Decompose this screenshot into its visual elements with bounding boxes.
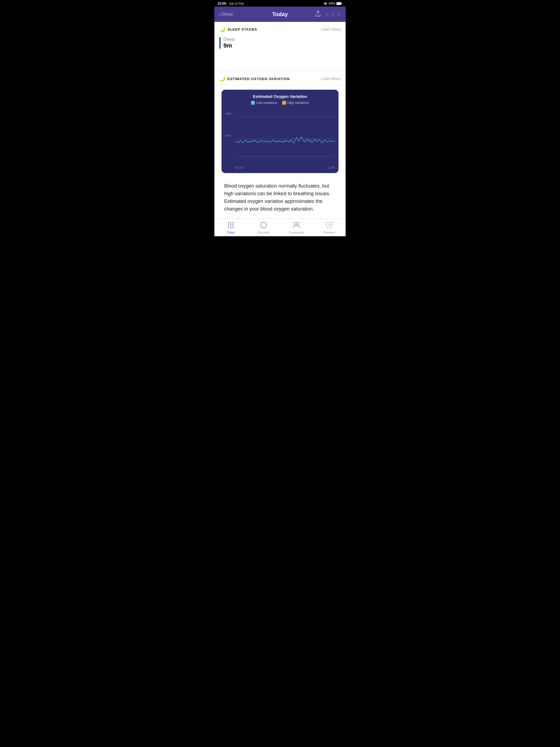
discover-icon xyxy=(260,222,267,230)
chart-area: High Low xyxy=(225,109,335,164)
community-icon xyxy=(292,222,301,230)
chart-time-start: 02:14 xyxy=(235,166,243,169)
svg-point-6 xyxy=(228,225,229,226)
sleep-stages-learn-more[interactable]: Learn More xyxy=(321,27,341,31)
sleep-stages-spacer xyxy=(219,51,341,68)
battery-text: 94% xyxy=(329,2,335,5)
oxygen-waveform xyxy=(235,109,335,164)
svg-point-18 xyxy=(294,222,297,225)
nav-premium-label: Premium xyxy=(323,231,335,234)
status-time-date: 23:56 Sat 22 Feb xyxy=(218,2,244,5)
sleep-stages-title: SLEEP STAGES xyxy=(228,27,257,31)
svg-point-8 xyxy=(232,225,233,226)
battery-icon xyxy=(336,2,342,5)
svg-marker-13 xyxy=(262,224,265,226)
today-icon xyxy=(227,222,234,230)
wifi-icon xyxy=(323,2,328,5)
stage-name: Deep xyxy=(223,36,235,42)
svg-point-10 xyxy=(230,227,231,228)
svg-point-25 xyxy=(331,225,332,226)
stage-bar-deep xyxy=(219,37,221,49)
chart-title: Estimated Oxygen Variation xyxy=(225,94,335,99)
svg-rect-1 xyxy=(337,2,341,5)
svg-point-4 xyxy=(230,222,231,223)
nav-today[interactable]: Today xyxy=(214,222,247,234)
chart-label-high: High xyxy=(225,112,232,115)
stage-info-deep: Deep 9m xyxy=(223,36,235,49)
oxygen-header: 🌙 ESTIMATED OXYGEN VARIATION Learn More xyxy=(219,76,341,85)
svg-point-24 xyxy=(329,225,330,226)
svg-point-27 xyxy=(330,227,331,228)
svg-point-9 xyxy=(228,227,229,228)
app-header: ‹ Sleep Today ○ ○ ○ xyxy=(214,6,346,22)
legend-low-label: Low variations xyxy=(256,101,277,105)
status-date: Sat 22 Feb xyxy=(229,2,244,5)
bottom-nav: Today Discover xyxy=(214,218,346,236)
svg-point-5 xyxy=(232,222,233,223)
header-title: Today xyxy=(272,11,288,18)
svg-point-19 xyxy=(297,222,299,225)
back-label: Sleep xyxy=(221,11,233,17)
nav-today-label: Today xyxy=(227,231,235,234)
back-chevron-icon: ‹ xyxy=(219,11,221,18)
svg-point-7 xyxy=(230,225,231,226)
sleep-stage-deep: Deep 9m xyxy=(219,35,341,51)
sleep-stages-section: 🌙 SLEEP STAGES Learn More Deep 9m xyxy=(214,22,346,71)
chart-legend: Low variations High variations xyxy=(225,101,335,105)
oxygen-description: Blood oxygen saturation normally fluctua… xyxy=(219,177,341,218)
legend-low: Low variations xyxy=(251,101,277,105)
sleep-stages-title-group: 🌙 SLEEP STAGES xyxy=(219,26,257,32)
nav-community[interactable]: Community xyxy=(280,222,313,234)
app-container: ‹ Sleep Today ○ ○ ○ 🌙 SLEEP STAGES xyxy=(214,6,346,236)
nav-premium[interactable]: Premium xyxy=(313,222,346,234)
nav-discover[interactable]: Discover xyxy=(247,222,280,234)
sleep-stages-header: 🌙 SLEEP STAGES Learn More xyxy=(219,26,341,32)
oxygen-moon-icon: 🌙 xyxy=(219,76,225,82)
share-icon[interactable] xyxy=(315,10,321,18)
legend-dot-orange xyxy=(282,101,286,105)
status-bar: 23:56 Sat 22 Feb 94% xyxy=(214,0,346,6)
svg-point-23 xyxy=(326,225,327,226)
moon-icon: 🌙 xyxy=(219,26,225,32)
legend-high: High variations xyxy=(282,101,309,105)
oxygen-title: ESTIMATED OXYGEN VARIATION xyxy=(228,77,289,81)
svg-rect-2 xyxy=(341,3,342,4)
status-right-icons: 94% xyxy=(323,2,342,5)
oxygen-title-group: 🌙 ESTIMATED OXYGEN VARIATION xyxy=(219,76,289,82)
nav-community-label: Community xyxy=(289,231,304,234)
legend-high-label: High variations xyxy=(287,101,309,105)
oxygen-learn-more[interactable]: Learn More xyxy=(321,77,341,81)
premium-icon xyxy=(325,222,333,230)
svg-point-22 xyxy=(331,222,332,223)
chart-times: 02:14 11:08 xyxy=(225,166,335,169)
svg-point-20 xyxy=(326,222,327,223)
more-icon[interactable]: ○ ○ ○ xyxy=(325,11,341,17)
oxygen-section: 🌙 ESTIMATED OXYGEN VARIATION Learn More … xyxy=(214,71,346,218)
svg-point-26 xyxy=(327,227,328,228)
stage-value: 9m xyxy=(223,42,235,49)
svg-point-21 xyxy=(329,222,330,223)
oxygen-chart-container: Estimated Oxygen Variation Low variation… xyxy=(222,90,338,173)
chart-time-end: 11:08 xyxy=(327,166,335,169)
svg-point-11 xyxy=(232,227,233,228)
legend-dot-green xyxy=(251,101,255,105)
back-button[interactable]: ‹ Sleep xyxy=(219,11,233,18)
nav-discover-label: Discover xyxy=(258,231,270,234)
svg-point-3 xyxy=(228,222,229,223)
chart-label-low: Low xyxy=(225,134,231,137)
status-time: 23:56 xyxy=(218,2,226,5)
header-actions: ○ ○ ○ xyxy=(315,10,341,18)
